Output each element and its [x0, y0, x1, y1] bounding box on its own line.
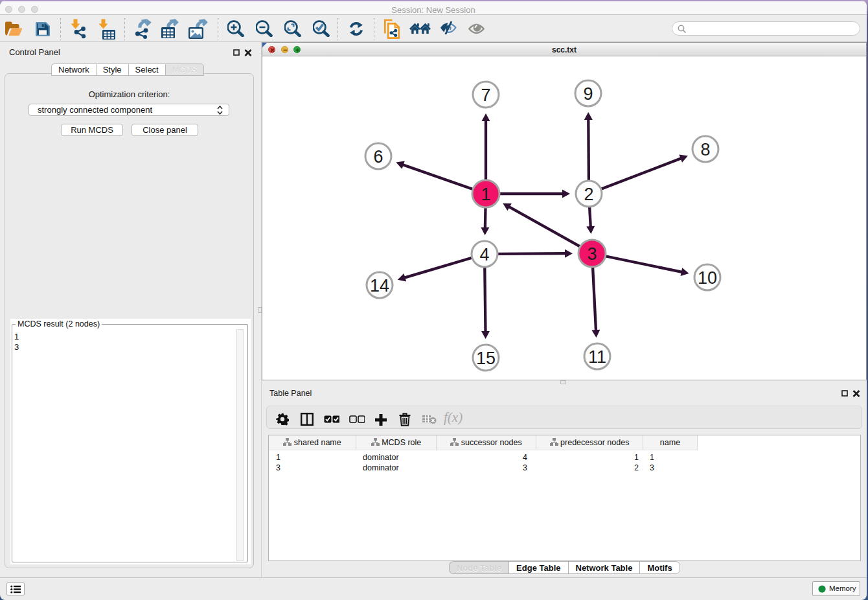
- svg-text:15: 15: [476, 349, 496, 368]
- svg-text:7: 7: [481, 86, 490, 105]
- svg-text:1: 1: [481, 185, 490, 204]
- svg-text:10: 10: [698, 268, 717, 288]
- svg-text:6: 6: [373, 147, 383, 167]
- svg-text:11: 11: [588, 347, 606, 367]
- svg-text:3: 3: [587, 244, 597, 264]
- svg-text:14: 14: [370, 276, 389, 295]
- svg-text:2: 2: [584, 185, 593, 204]
- svg-text:8: 8: [700, 140, 710, 159]
- svg-text:4: 4: [479, 245, 489, 264]
- svg-text:9: 9: [583, 84, 593, 104]
